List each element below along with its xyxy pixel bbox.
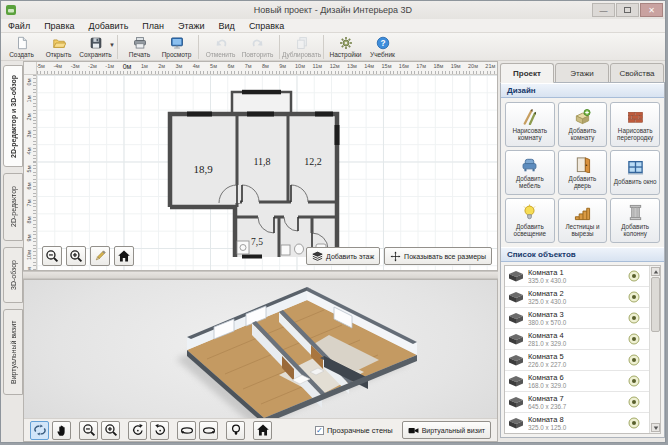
virtual-visit-button[interactable]: Виртуальный визит [402, 421, 491, 439]
design-button-label: Добавить мебель [507, 175, 553, 189]
close-icon[interactable]: ✕ [640, 3, 663, 17]
home-button[interactable] [253, 421, 272, 440]
object-list-item[interactable]: Комната 5226.0 x 227.0 [505, 350, 649, 371]
measure-icon [93, 249, 107, 263]
pan-hand-icon [55, 423, 69, 437]
v-ruler-label: 4м [24, 145, 35, 157]
room-label-3: 12,2 [304, 156, 322, 167]
ruler-corner [24, 62, 37, 75]
home-button[interactable] [114, 246, 134, 266]
menu-item-4[interactable]: Этажи [171, 21, 212, 31]
add-furniture-button[interactable]: Добавить мебель [505, 150, 555, 195]
menu-item-0[interactable]: Файл [1, 21, 37, 31]
h-ruler-label: 10м [295, 63, 305, 69]
tutorial-button[interactable]: ?Учебник [364, 34, 401, 60]
right-panel: ПроектЭтажиСвойства Дизайн Нарисовать ко… [498, 61, 666, 440]
transparent-walls-checkbox[interactable]: ✓ [315, 426, 324, 435]
zoom-in-button[interactable] [101, 421, 120, 440]
add-column-button[interactable]: Добавить колонну [610, 198, 660, 243]
object-list-item[interactable]: Комната 3380.0 x 570.0 [505, 308, 649, 329]
left-tab-editor-2d[interactable]: 2D-редактор [3, 173, 23, 241]
visibility-icon[interactable] [626, 354, 642, 366]
settings-button[interactable]: Настройки [327, 34, 364, 60]
render-3d-view[interactable]: ✓ Прозрачные стены Виртуальный визит [23, 279, 498, 442]
open-button[interactable]: Открыть [40, 34, 77, 60]
split-divider[interactable] [23, 271, 498, 279]
scroll-down-icon[interactable] [651, 423, 660, 432]
object-list-item[interactable]: Комната 1335.0 x 430.0 [505, 266, 649, 287]
scrollbar-thumb[interactable] [651, 277, 660, 332]
measure-button[interactable] [90, 246, 110, 266]
add-room-button[interactable]: Добавить комнату [558, 102, 608, 147]
zoom-in-button[interactable] [66, 246, 86, 266]
draw-room-icon [521, 108, 538, 125]
settings-icon [339, 36, 353, 50]
transparent-walls-option[interactable]: ✓ Прозрачные стены [315, 426, 393, 435]
preview-button[interactable]: Просмотр [158, 34, 195, 60]
object-list-item[interactable]: Комната 7645.0 x 236.7 [505, 392, 649, 413]
add-window-button[interactable]: Добавить окно [610, 150, 660, 195]
menu-item-5[interactable]: Вид [212, 21, 242, 31]
minimize-icon[interactable]: — [592, 3, 615, 17]
add-floor-button[interactable]: Добавить этаж [306, 247, 380, 265]
plan-2d-view: -5м-4м-3м-2м-1м0м1м2м3м4м5м6м7м8м9м10м11… [23, 61, 498, 271]
tab-floors[interactable]: Этажи [555, 63, 609, 83]
object-list-item[interactable]: Комната 8325.0 x 125.0 [505, 413, 649, 433]
menu-item-1[interactable]: Правка [37, 21, 81, 31]
add-door-button[interactable]: Добавить дверь [558, 150, 608, 195]
plan-canvas[interactable]: 18,9 11,8 12,2 7,5 Добавить этаж Показыв… [37, 75, 497, 270]
object-list-item[interactable]: Комната 6168.0 x 329.0 [505, 371, 649, 392]
open-icon [52, 36, 66, 50]
object-list-scrollbar[interactable] [649, 266, 660, 433]
new-button[interactable]: Создать [3, 34, 40, 60]
left-tab-virtual-visit[interactable]: Виртуальный визит [3, 309, 23, 395]
visibility-icon[interactable] [626, 312, 642, 324]
design-button-label: Добавить комнату [560, 127, 606, 141]
tab-properties[interactable]: Свойства [610, 63, 664, 83]
floor-plan[interactable]: 18,9 11,8 12,2 7,5 [37, 75, 497, 270]
home-icon [256, 423, 270, 437]
tab-project[interactable]: Проект [500, 63, 554, 83]
maximize-icon[interactable] [616, 3, 639, 17]
room3d-icon [508, 312, 524, 324]
orbit-r-button[interactable] [199, 421, 218, 440]
h-ruler-label: 8м [262, 63, 269, 69]
h-ruler-label: 18м [433, 63, 443, 69]
add-room-icon [574, 108, 591, 125]
save-button[interactable]: ▼Сохранить [77, 34, 114, 60]
draw-partition-button[interactable]: Нарисовать перегородку [610, 102, 660, 147]
zoom-out-icon [45, 249, 59, 263]
object-size: 325.0 x 125.0 [528, 424, 626, 431]
rotate3d-button[interactable] [30, 421, 49, 440]
pan-hand-button[interactable] [52, 421, 71, 440]
visibility-icon[interactable] [626, 270, 642, 282]
object-list-item[interactable]: Комната 2325.0 x 430.0 [505, 287, 649, 308]
menu-item-6[interactable]: Справка [242, 21, 291, 31]
menu-item-3[interactable]: План [135, 21, 171, 31]
toolbar-separator [117, 35, 118, 59]
orbit-l-button[interactable] [177, 421, 196, 440]
bulb-button[interactable] [226, 421, 245, 440]
zoom-out-button[interactable] [42, 246, 62, 266]
object-list-item[interactable]: Комната 4281.0 x 329.0 [505, 329, 649, 350]
visibility-icon[interactable] [626, 333, 642, 345]
draw-room-button[interactable]: Нарисовать комнату [505, 102, 555, 147]
view3d-tool-buttons [30, 421, 277, 440]
zoom-out-button[interactable] [79, 421, 98, 440]
left-tab-editor-2d-3d[interactable]: 2D-редактор и 3D-обзор [3, 65, 23, 167]
visibility-icon[interactable] [626, 417, 642, 429]
toolbar-button-label: Учебник [370, 51, 395, 58]
add-light-button[interactable]: Добавить освещение [505, 198, 555, 243]
visibility-icon[interactable] [626, 396, 642, 408]
rotate-cw-button[interactable] [150, 421, 169, 440]
menu-item-2[interactable]: Добавить [82, 21, 136, 31]
print-button[interactable]: Печать [121, 34, 158, 60]
save-dropdown-icon[interactable]: ▼ [109, 42, 115, 48]
scroll-up-icon[interactable] [651, 267, 660, 276]
left-tab-view-3d[interactable]: 3D-обзор [3, 247, 23, 303]
visibility-icon[interactable] [626, 291, 642, 303]
stairs-button[interactable]: Лестницы и вырезы [558, 198, 608, 243]
visibility-icon[interactable] [626, 375, 642, 387]
rotate-ccw-button[interactable] [128, 421, 147, 440]
show-dimensions-button[interactable]: Показывать все размеры [384, 247, 492, 265]
